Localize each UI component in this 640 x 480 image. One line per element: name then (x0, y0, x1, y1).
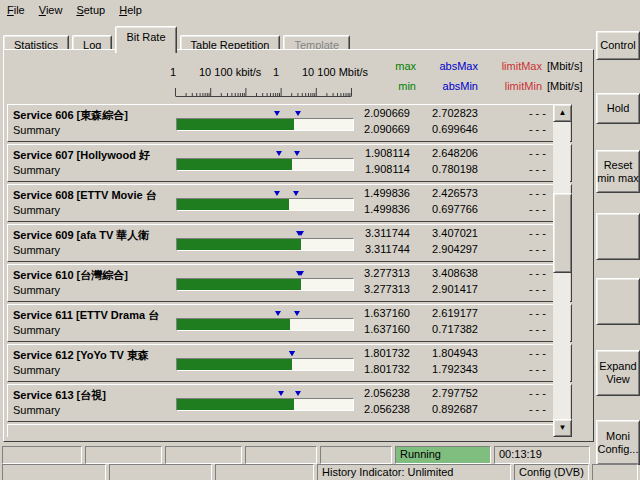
scrollbar[interactable]: ▲ ▼ (553, 104, 570, 437)
service-title (13, 428, 173, 437)
value-absmax: 2.702823 (408, 107, 478, 119)
value-min: 1.908114 (328, 163, 410, 175)
scroll-down-icon[interactable]: ▼ (553, 419, 572, 437)
tab-bit-rate[interactable]: Bit Rate (115, 26, 176, 53)
config-label: Config (DVB) (515, 466, 584, 478)
bitrate-bar-fill (177, 159, 292, 170)
value-absmin: 0.780198 (408, 163, 478, 175)
value-limitmin: - - - (480, 123, 546, 135)
value-limitmin: - - - (480, 243, 546, 255)
menu-file[interactable]: File (0, 0, 32, 19)
value-limitmax: - - - (480, 307, 546, 319)
abs-marker-icon (275, 311, 281, 316)
status-panel-empty (245, 446, 317, 464)
value-absmax: 2.797752 (408, 387, 478, 399)
blank-button-2[interactable] (596, 278, 640, 325)
service-subtitle: Summary (13, 244, 60, 256)
status-panel-empty (2, 464, 106, 480)
value-limitmin: - - - (480, 363, 546, 375)
expand-view-button[interactable]: Expand View (596, 350, 640, 396)
bitrate-bar-fill (177, 399, 294, 410)
column-header-limitmin: limitMin (478, 80, 542, 92)
abs-marker-icon (278, 391, 284, 396)
unit-label-max: [Mbit/s] (547, 60, 582, 72)
abs-marker-icon (274, 191, 280, 196)
service-row[interactable]: Service 613 [台視] Summary 2.056238 2.7977… (7, 384, 572, 422)
status-panel-empty (85, 446, 162, 464)
column-header-min: min (336, 80, 416, 92)
value-limitmax: - - - (480, 147, 546, 159)
value-limitmin: - - - (480, 163, 546, 175)
status-history-indicator: History Indicator: Unlimited (317, 464, 511, 480)
service-row[interactable]: Service 606 [東森綜合] Summary 2.090669 2.70… (7, 104, 572, 142)
value-absmin: 0.892687 (408, 403, 478, 415)
value-limitmax: - - - (480, 187, 546, 199)
menu-setup[interactable]: Setup (69, 0, 112, 19)
bitrate-panel: 110 100 kbit/s110 100 Mbit/s max absMax … (3, 49, 594, 442)
value-absmax: 2.426573 (408, 187, 478, 199)
service-row[interactable]: Service 607 [Hollywood 好 Summary 1.90811… (7, 144, 572, 182)
status-panel-empty (320, 446, 392, 464)
menu-help[interactable]: Help (112, 0, 149, 19)
bitrate-bar-fill (177, 199, 289, 210)
value-absmin: 1.792343 (408, 363, 478, 375)
service-title: Service 607 [Hollywood 好 (13, 148, 173, 162)
moni-config-button[interactable]: Moni Config... (596, 420, 640, 465)
abs-marker-icon (294, 151, 300, 156)
bitrate-bar-fill (177, 239, 301, 250)
service-subtitle: Summary (13, 364, 60, 376)
status-panel-empty (109, 464, 212, 480)
blank-button-1[interactable] (596, 213, 640, 260)
value-limitmax: - - - (480, 267, 546, 279)
value-limitmin: - - - (480, 403, 546, 415)
service-row[interactable]: Service 609 [afa TV 華人衛 Summary 3.311744… (7, 224, 572, 262)
value-max: 2.090669 (328, 107, 410, 119)
status-elapsed-time: 00:13:19 (494, 446, 590, 464)
column-header-max: max (336, 60, 416, 72)
value-absmin: 0.697766 (408, 203, 478, 215)
service-title: Service 612 [YoYo TV 東森 (13, 348, 173, 362)
status-config: Config (DVB) (514, 464, 589, 480)
abs-marker-icon (298, 271, 304, 276)
service-row[interactable] (7, 424, 572, 437)
service-title: Service 606 [東森綜合] (13, 108, 173, 122)
value-min: 3.277313 (328, 283, 410, 295)
value-limitmax: - - - (480, 347, 546, 359)
column-header-limitmax: limitMax (478, 60, 542, 72)
scroll-up-icon[interactable]: ▲ (553, 104, 572, 122)
service-subtitle: Summary (13, 284, 60, 296)
service-subtitle: Summary (13, 164, 60, 176)
value-max: 1.908114 (328, 147, 410, 159)
service-row[interactable]: Service 610 [台灣綜合] Summary 3.277313 3.40… (7, 264, 572, 302)
service-row[interactable]: Service 612 [YoYo TV 東森 Summary 1.801732… (7, 344, 572, 382)
bitrate-bar-fill (177, 359, 292, 370)
status-panel-empty (2, 446, 82, 464)
reset-minmax-button[interactable]: Reset min max (596, 150, 640, 193)
service-row[interactable]: Service 608 [ETTV Movie 台 Summary 1.4998… (7, 184, 572, 222)
unit-label-min: [Mbit/s] (547, 80, 582, 92)
log-scale-ruler (175, 84, 355, 97)
abs-marker-icon (274, 111, 280, 116)
scale-tick-label: 1 (170, 66, 176, 78)
menu-view[interactable]: View (32, 0, 70, 19)
control-button[interactable]: Control (596, 31, 640, 60)
abs-marker-icon (295, 391, 301, 396)
value-limitmin: - - - (480, 283, 546, 295)
status-panel-empty (592, 464, 638, 480)
bitrate-bar-fill (177, 119, 294, 130)
value-absmin: 2.904297 (408, 243, 478, 255)
value-absmax: 2.619177 (408, 307, 478, 319)
service-title: Service 608 [ETTV Movie 台 (13, 188, 173, 202)
scroll-thumb[interactable] (553, 193, 572, 273)
bitrate-monitor-window: FileViewSetupHelp StatisticsLogBit RateT… (0, 0, 640, 480)
abs-marker-icon (295, 111, 301, 116)
value-limitmin: - - - (480, 203, 546, 215)
hold-button[interactable]: Hold (596, 93, 640, 124)
bitrate-bar-fill (177, 319, 290, 330)
value-min: 3.311744 (328, 243, 410, 255)
running-label: Running (396, 448, 441, 460)
service-row[interactable]: Service 611 [ETTV Drama 台 Summary 1.6371… (7, 304, 572, 342)
value-min: 1.637160 (328, 323, 410, 335)
value-max: 3.311744 (328, 227, 410, 239)
bitrate-bar-fill (177, 279, 301, 290)
